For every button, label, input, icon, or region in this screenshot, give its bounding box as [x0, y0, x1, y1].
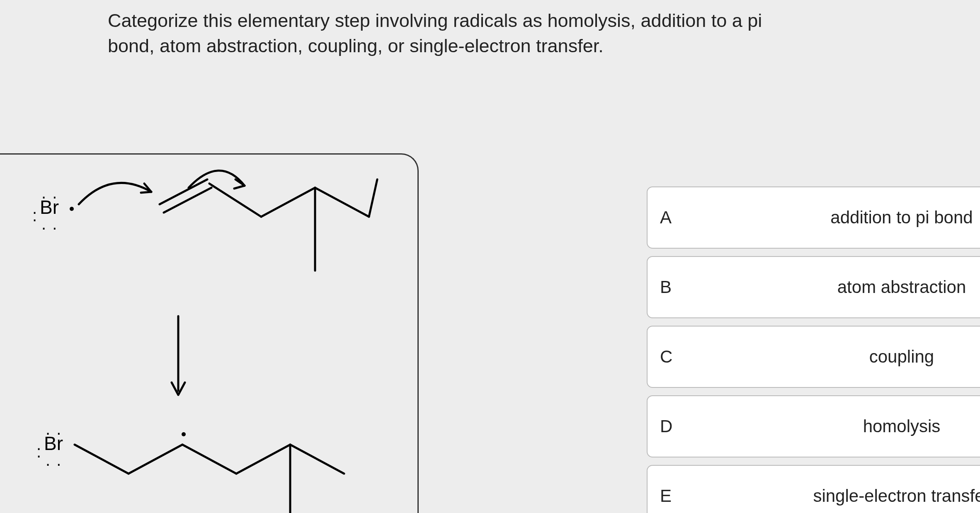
option-label: addition to pi bond — [648, 208, 980, 227]
option-label: single-electron transfer — [648, 486, 980, 506]
product-structure — [66, 411, 365, 513]
bond-c1-c2 — [129, 445, 182, 474]
option-letter: D — [660, 416, 672, 436]
bond-c5-branch — [369, 179, 377, 217]
double-bond-b — [164, 188, 211, 213]
product-radical-dot — [182, 432, 186, 436]
option-letter: B — [660, 277, 672, 297]
reactant-br-lone-pair-left: .. — [32, 204, 37, 219]
option-e[interactable]: E single-electron transfer — [647, 465, 980, 513]
bond-c4-c5-prod — [290, 445, 344, 474]
option-label: atom abstraction — [648, 277, 980, 297]
product-br-lone-pair-bottom: . . — [46, 451, 62, 469]
answer-options: A addition to pi bond B atom abstraction… — [647, 186, 980, 513]
reactant-structure — [70, 163, 386, 308]
option-label: coupling — [648, 347, 980, 367]
reaction-arrow — [166, 312, 191, 399]
question-text-content: Categorize this elementary step involvin… — [108, 10, 762, 56]
bond-c2-c3-prod — [182, 445, 236, 474]
double-bond-a — [160, 179, 207, 204]
option-letter: C — [660, 347, 672, 367]
option-letter: A — [660, 208, 672, 227]
bond-br-c1 — [75, 445, 129, 474]
option-c[interactable]: C coupling — [647, 326, 980, 388]
reactant-br-lone-pair-bottom: . . — [41, 215, 58, 233]
option-d[interactable]: D homolysis — [647, 395, 980, 457]
bond-c4-c5 — [315, 188, 369, 217]
fishhook-arrow-1 — [79, 183, 151, 204]
bond-c3-c4-prod — [236, 445, 290, 474]
product-br-lone-pair-left: .. — [36, 440, 41, 455]
option-b[interactable]: B atom abstraction — [647, 256, 980, 318]
option-label: homolysis — [648, 416, 980, 436]
option-letter: E — [660, 486, 672, 506]
question-text: Categorize this elementary step involvin… — [108, 8, 813, 59]
option-a[interactable]: A addition to pi bond — [647, 186, 980, 249]
bond-c3-c4 — [261, 188, 315, 217]
reaction-diagram: . . .. Br . . . . .. Br . . — [0, 153, 419, 513]
